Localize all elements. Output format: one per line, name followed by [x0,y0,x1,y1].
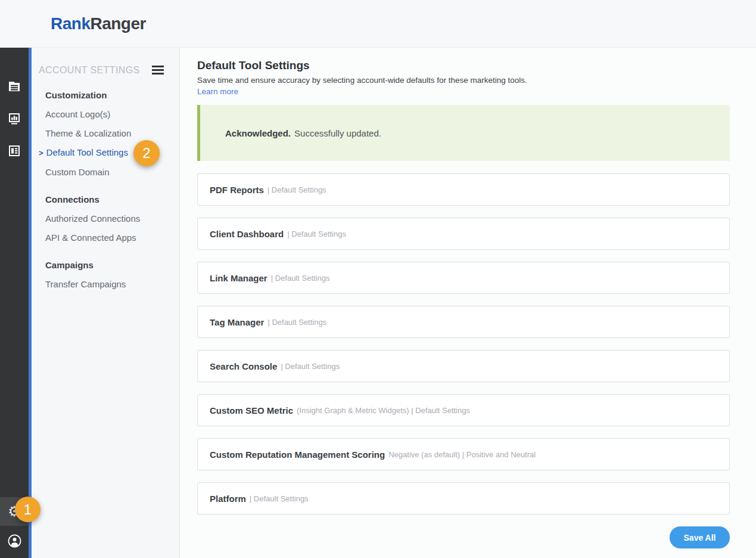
tool-row-platform[interactable]: Platform| Default Settings [197,482,730,514]
tool-row-pdf-reports[interactable]: PDF Reports| Default Settings [197,173,730,206]
page-body: ⚙ 1 ACCOUNT SETTINGS CustomizationAccoun… [0,48,756,558]
tool-name: PDF Reports [210,185,264,195]
save-row: Save All [197,526,730,548]
tool-row-client-dashboard[interactable]: Client Dashboard| Default Settings [197,218,730,250]
sidebar-header: ACCOUNT SETTINGS [39,63,179,78]
sidebar-group-customization: Customization [45,86,179,105]
sidebar-title: ACCOUNT SETTINGS [39,65,140,76]
alert-message: Successfully updated. [294,128,381,138]
logo-part-ranger: Ranger [90,14,145,33]
nav-reports-button[interactable] [0,72,29,104]
user-account-icon [8,534,21,550]
tool-name: Tag Manager [210,317,264,327]
tool-name: Link Manager [210,273,267,283]
logo-part-rank: Rank [51,14,90,33]
sidebar-item-label: Custom Domain [45,167,110,177]
sidebar-item-authorized-connections[interactable]: Authorized Connections [45,209,179,228]
page-subtitle: Save time and ensure accuracy by selecti… [197,75,730,86]
tool-detail: Negative (as default) | Positive and Neu… [388,450,536,459]
tool-row-custom-seo-metric[interactable]: Custom SEO Metric(Insight Graph & Metric… [197,394,730,426]
chevron-right-icon: > [39,148,43,157]
sidebar-item-label: Authorized Connections [45,213,140,224]
layout-icon [7,144,21,160]
tool-detail: | Default Settings [267,318,326,327]
sidebar-item-label: Transfer Campaigns [45,279,126,289]
tool-detail: (Insight Graph & Metric Widgets) | Defau… [297,406,470,415]
settings-notification-badge: 1 [15,497,41,522]
rankranger-logo[interactable]: RankRanger [51,14,146,33]
tool-detail: | Default Settings [250,494,309,503]
nav-charts-button[interactable] [0,104,29,136]
tool-row-search-console[interactable]: Search Console| Default Settings [197,350,730,382]
sidebar-item-theme-localization[interactable]: Theme & Localization [45,124,179,143]
sidebar-group-connections: Connections [45,190,179,209]
nav-rail: ⚙ [0,48,32,558]
tool-list: PDF Reports| Default SettingsClient Dash… [197,173,730,514]
sidebar-item-custom-domain[interactable]: Custom Domain [45,163,179,182]
tool-name: Platform [210,494,246,504]
tool-detail: | Default Settings [267,185,326,194]
nav-account-button[interactable] [0,526,29,558]
hamburger-menu-icon[interactable] [151,63,165,78]
tool-name: Custom Reputation Management Scoring [210,450,385,460]
sidebar-item-default-tool-settings[interactable]: >Default Tool Settings2 [45,143,179,163]
nav-layout-button[interactable] [0,136,29,168]
sidebar-item-label: Account Logo(s) [45,109,110,119]
sidebar-item-api-connected-apps[interactable]: API & Connected Apps [45,228,179,247]
bar-chart-icon [7,111,21,128]
tool-name: Client Dashboard [210,229,284,239]
alert-status: Acknowledged. [225,128,291,138]
tool-name: Search Console [210,361,277,371]
sidebar-group-campaigns: Campaigns [45,256,179,275]
tool-detail: | Default Settings [271,274,330,283]
page-title: Default Tool Settings [197,59,730,72]
tool-detail: | Default Settings [287,230,346,238]
main-content: Default Tool Settings Save time and ensu… [180,48,756,558]
tool-row-custom-reputation-management-scoring[interactable]: Custom Reputation Management ScoringNega… [197,438,730,470]
sidebar-groups: CustomizationAccount Logo(s)Theme & Loca… [39,86,179,294]
sidebar-item-transfer-campaigns[interactable]: Transfer Campaigns [45,275,179,294]
save-all-button[interactable]: Save All [670,526,730,548]
sidebar-item-label: Default Tool Settings [46,147,128,157]
top-header: RankRanger [0,0,756,48]
tool-row-link-manager[interactable]: Link Manager| Default Settings [197,262,730,294]
tool-name: Custom SEO Metric [210,405,293,416]
tool-detail: | Default Settings [281,362,340,371]
reports-folder-icon [7,79,21,96]
sidebar-item-label: Theme & Localization [45,128,131,138]
learn-more-link[interactable]: Learn more [197,86,238,97]
sidebar-item-account-logo-s[interactable]: Account Logo(s) [45,105,179,124]
sidebar-item-badge: 2 [133,140,160,166]
account-settings-sidebar: ACCOUNT SETTINGS CustomizationAccount Lo… [32,48,180,558]
sidebar-item-label: API & Connected Apps [45,232,136,243]
success-alert: Acknowledged.Successfully updated. [197,105,730,161]
tool-row-tag-manager[interactable]: Tag Manager| Default Settings [197,306,730,338]
